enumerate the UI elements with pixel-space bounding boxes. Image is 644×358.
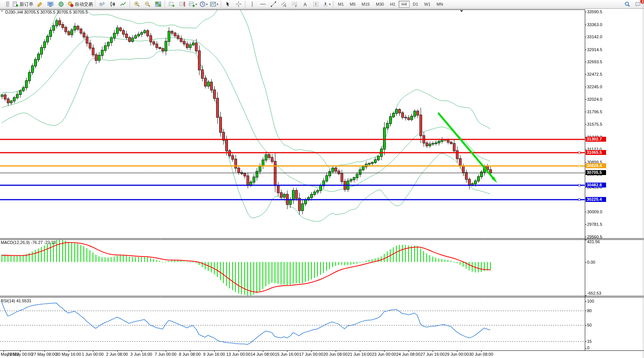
trendline-icon (270, 1, 276, 7)
crosshair-button[interactable] (233, 0, 244, 8)
bar-chart-icon (99, 1, 105, 7)
zoom-in-button[interactable] (132, 0, 142, 8)
tile-windows-icon (155, 1, 161, 7)
cursor-button[interactable] (223, 0, 233, 8)
community-button[interactable] (56, 0, 66, 8)
timeframe-w1-button[interactable]: W1 (422, 1, 434, 8)
templates-button[interactable]: ▾ (209, 0, 220, 8)
text-button[interactable]: A (300, 0, 311, 8)
toolbar-separator (333, 1, 334, 8)
autotrading-icon (68, 1, 74, 7)
window-right-border (643, 0, 643, 358)
timeframe-m1-button[interactable]: M1 (335, 1, 346, 8)
chevron-down-icon: ▾ (217, 3, 218, 6)
chart-shift-icon (179, 1, 185, 7)
line-chart-icon (120, 1, 126, 7)
timeframe-m15-button[interactable]: M15 (359, 1, 372, 8)
toolbar-separator (165, 1, 165, 8)
terminal-icon (47, 1, 53, 7)
chart-canvas[interactable] (0, 0, 644, 358)
auto-scroll-icon (169, 1, 175, 7)
vertical-line-icon (249, 1, 255, 7)
horizontal-line-button[interactable] (258, 0, 268, 8)
chevron-down-icon: ▾ (195, 3, 197, 6)
search-icon (624, 1, 630, 7)
toolbar-separator (221, 1, 221, 8)
trading-platform-window: 新订单 自动交易 ▾ ▾ ▾ E F A T ▾ M (0, 0, 644, 358)
templates-icon (210, 1, 216, 7)
toolbar-separator (245, 1, 246, 8)
toolbar-separator (130, 1, 130, 8)
text-icon: A (302, 1, 308, 7)
search-button[interactable] (622, 0, 633, 8)
new-order-button[interactable]: 新订单 (11, 0, 35, 8)
autotrading-button[interactable]: 自动交易 (66, 0, 94, 8)
fibonacci-icon: F (292, 1, 298, 7)
chart-clipped-icon (3, 1, 9, 7)
new-order-label: 新订单 (20, 1, 33, 8)
svg-text:T: T (315, 3, 317, 6)
zoom-out-icon (145, 1, 151, 7)
globe-icon (58, 1, 64, 7)
timeframe-toolbar: M1M5M15M30H1H4D1W1MN (335, 1, 446, 8)
toolbar-right-group: 1 (622, 0, 643, 8)
tile-windows-button[interactable] (153, 0, 163, 8)
vertical-line-button[interactable] (247, 0, 258, 8)
indicators-button[interactable]: ▾ (188, 0, 198, 8)
crosshair-icon (236, 1, 242, 7)
main-toolbar: 新订单 自动交易 ▾ ▾ ▾ E F A T ▾ M (0, 0, 644, 9)
svg-text:F: F (295, 5, 297, 8)
timeframe-m30-button[interactable]: M30 (373, 1, 386, 8)
fibonacci-button[interactable]: F (289, 0, 300, 8)
chevron-down-icon: ▾ (206, 3, 207, 6)
equidistant-channel-button[interactable]: E (279, 0, 289, 8)
metaeditor-button[interactable] (35, 0, 45, 8)
arrows-button[interactable]: ▾ (321, 0, 332, 8)
auto-scroll-button[interactable] (166, 0, 177, 8)
toolbar-grip (94, 1, 96, 8)
svg-text:A: A (304, 2, 307, 7)
notification-badge[interactable]: 1 (640, 0, 644, 4)
text-label-button[interactable]: T (311, 0, 321, 8)
arrows-icon (322, 1, 328, 7)
timeframe-d1-button[interactable]: D1 (410, 1, 421, 8)
chart-shift-button[interactable] (177, 0, 188, 8)
candlestick-chart-button[interactable] (107, 0, 118, 8)
chevron-down-icon: ▾ (329, 3, 330, 6)
metaeditor-icon (37, 1, 43, 7)
timeframe-h1-button[interactable]: H1 (387, 1, 398, 8)
horizontal-line-icon (260, 1, 266, 7)
line-chart-button[interactable] (118, 0, 129, 8)
trendline-button[interactable] (268, 0, 279, 8)
chat-button[interactable]: 1 (633, 0, 643, 8)
zoom-out-button[interactable] (142, 0, 153, 8)
autotrading-label: 自动交易 (75, 1, 93, 8)
timeframe-h4-button[interactable]: H4 (399, 1, 409, 8)
cursor-icon (225, 1, 231, 7)
candlestick-chart-icon (110, 1, 116, 7)
timeframe-m5-button[interactable]: M5 (347, 1, 358, 8)
periods-clock-icon (199, 1, 206, 7)
terminal-button[interactable] (45, 0, 56, 8)
indicators-icon (189, 1, 195, 7)
timeframe-mn-button[interactable]: MN (434, 1, 446, 8)
bar-chart-button[interactable] (97, 0, 107, 8)
text-label-icon: T (313, 1, 319, 7)
new-order-icon (13, 1, 19, 7)
svg-text:E: E (285, 5, 287, 7)
periods-button[interactable]: ▾ (198, 0, 209, 8)
chart-clipped-icon[interactable] (1, 0, 11, 8)
equidistant-channel-icon: E (281, 1, 287, 7)
zoom-in-icon (134, 1, 140, 7)
